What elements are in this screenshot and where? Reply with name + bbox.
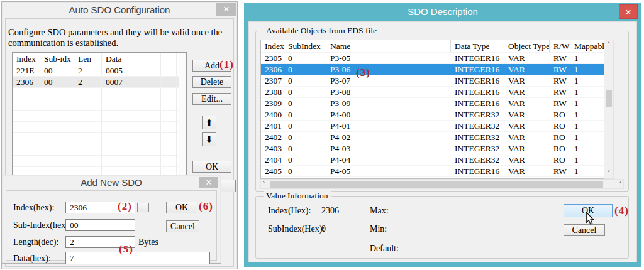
scroll-up-icon[interactable]: ˄: [604, 41, 613, 48]
cell: INTEGER32: [451, 109, 504, 120]
eds-object-row[interactable]: 24000P4-00INTEGER32VARRO1: [261, 109, 614, 121]
cell: 0: [284, 109, 326, 120]
add-new-sdo-cancel-button[interactable]: Cancel: [166, 220, 199, 232]
cell: 0005: [102, 65, 161, 76]
browse-button[interactable]: ...: [137, 203, 149, 212]
close-icon[interactable]: ✕: [216, 3, 236, 16]
cell: RW: [550, 166, 570, 176]
auto-sdo-ok-button[interactable]: OK: [192, 161, 231, 173]
cell: VAR: [504, 143, 550, 154]
auto-sdo-cancel-button-partial[interactable]: [221, 180, 236, 192]
eds-object-row[interactable]: 23060P3-06INTEGER16VARRW1: [261, 64, 614, 75]
eds-table-vertical-scrollbar[interactable]: ˄ ˅: [604, 40, 614, 179]
annotation-step-5: (5): [119, 243, 133, 256]
cell: [40, 122, 74, 132]
cell: P4-03: [326, 143, 451, 154]
eds-objects-table[interactable]: IndexSubIndexNameData TypeObject TypeR/W…: [260, 40, 614, 179]
cell: [161, 53, 177, 65]
cell: [74, 133, 102, 144]
cell: [74, 156, 102, 166]
cell: VAR: [504, 154, 550, 165]
value-max-label: Max:: [370, 206, 389, 216]
sdo-parameter-table[interactable]: IndexSub-idxLenData221E00200052306002000…: [12, 52, 187, 176]
horizontal-scroll-thumb[interactable]: [270, 181, 603, 188]
sdo-parameter-row: [13, 122, 186, 133]
cell: SubIndex: [284, 40, 326, 52]
cell: [161, 156, 177, 166]
cell: 2: [74, 65, 102, 76]
eds-objects-table-body: IndexSubIndexNameData TypeObject TypeR/W…: [261, 40, 614, 177]
cell: 0: [284, 75, 326, 86]
eds-object-row[interactable]: 23090P3-09INTEGER16VARRW1: [261, 98, 614, 109]
scroll-left-icon[interactable]: ˂: [262, 181, 265, 188]
sdo-parameter-row[interactable]: 221E0020005: [13, 65, 186, 77]
cell: R/W: [550, 40, 570, 52]
value-index-value: 2306: [321, 206, 339, 216]
scroll-right-icon[interactable]: ˃: [619, 181, 622, 188]
eds-object-row[interactable]: 24040P4-04INTEGER32VARRO1: [261, 154, 614, 166]
data-hex-input[interactable]: 7: [65, 252, 210, 264]
cell: [13, 111, 40, 121]
eds-object-row[interactable]: 24010P4-01INTEGER32VARRO1: [261, 121, 614, 132]
eds-object-row[interactable]: 24030P4-03INTEGER32VARRO1: [261, 143, 614, 154]
cell: RW: [550, 87, 570, 97]
vertical-scroll-thumb[interactable]: [606, 90, 612, 107]
cell: [13, 122, 40, 132]
cell: [74, 88, 102, 99]
cell: RO: [550, 132, 570, 143]
edit-button[interactable]: Edit...: [192, 93, 231, 105]
cell: P3-05: [326, 53, 451, 63]
sdo-parameter-row[interactable]: 23060020007: [13, 77, 186, 88]
cell: 0: [284, 143, 326, 154]
delete-button[interactable]: Delete: [192, 76, 231, 88]
sdo-description-content: Available Objects from EDS file IndexSub…: [248, 21, 637, 262]
annotation-step-6: (6): [199, 200, 213, 213]
cell: 2308: [261, 87, 284, 97]
eds-object-row[interactable]: 23070P3-07INTEGER16VARRW1: [261, 75, 614, 87]
cell: [74, 144, 102, 155]
down-arrow-icon: ⬇: [206, 134, 213, 144]
eds-object-row[interactable]: 24050P4-05INTEGER16VARRW1: [261, 166, 614, 177]
cell: 0: [284, 121, 326, 131]
value-information-label: Value Information: [264, 191, 331, 201]
cell: Index: [261, 40, 284, 52]
cell: 00: [40, 77, 74, 87]
sdo-parameter-row[interactable]: IndexSub-idxLenData: [13, 53, 186, 65]
annotation-step-1: (1): [219, 58, 234, 71]
cell: P4-01: [326, 121, 451, 131]
eds-object-row[interactable]: 24020P4-02INTEGER32VARRO1: [261, 132, 614, 143]
eds-object-row[interactable]: 23050P3-05INTEGER16VARRW1: [261, 53, 614, 64]
sdo-description-cancel-button[interactable]: Cancel: [564, 224, 605, 236]
cell: 0: [284, 53, 326, 63]
cell: VAR: [504, 75, 550, 86]
eds-object-row[interactable]: IndexSubIndexNameData TypeObject TypeR/W…: [261, 40, 614, 53]
value-min-label: Min:: [370, 224, 387, 234]
cell: [40, 111, 74, 121]
cell: [161, 99, 177, 110]
cell: [102, 111, 161, 121]
value-subindex-value: 0: [321, 224, 326, 234]
close-icon[interactable]: ✕: [199, 177, 218, 188]
cell: 2405: [261, 166, 284, 176]
cell: [161, 144, 177, 155]
sdo-parameter-row: [13, 133, 186, 144]
cell: Sub-idx: [40, 53, 74, 65]
cell: [102, 99, 161, 110]
cell: 0: [284, 154, 326, 165]
cell: 0007: [102, 77, 161, 87]
close-icon[interactable]: ✕: [619, 4, 638, 19]
cell: [74, 122, 102, 132]
add-new-sdo-ok-button[interactable]: OK: [166, 202, 197, 213]
subindex-hex-input[interactable]: 00: [65, 219, 135, 231]
eds-object-row[interactable]: 23080P3-08INTEGER16VARRW1: [261, 87, 614, 98]
value-index-label: Index(Hex):: [268, 206, 311, 216]
sdo-parameter-table-scrollbar[interactable]: [179, 53, 186, 176]
bytes-label: Bytes: [138, 237, 158, 247]
move-down-button[interactable]: ⬇: [202, 132, 216, 146]
scroll-down-icon[interactable]: ˅: [604, 170, 613, 177]
cell: VAR: [504, 87, 550, 97]
up-arrow-icon: ⬆: [206, 117, 213, 127]
eds-table-horizontal-scrollbar[interactable]: ˂ ˃: [260, 179, 624, 189]
move-up-button[interactable]: ⬆: [202, 116, 216, 129]
cell: [161, 77, 177, 87]
